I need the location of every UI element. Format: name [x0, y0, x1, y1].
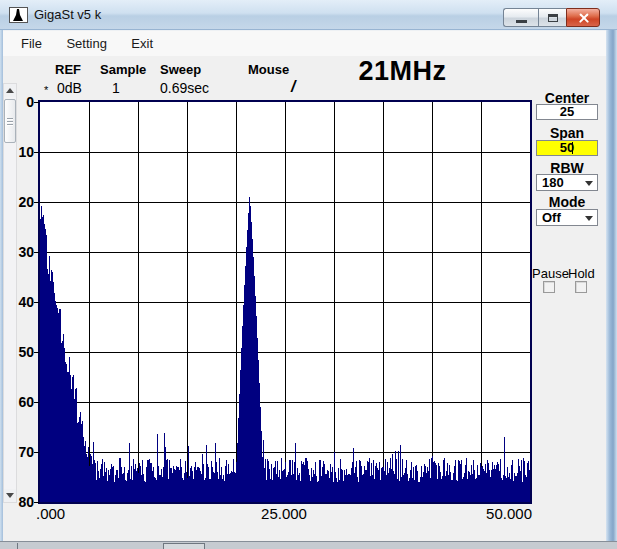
y-tick-20: 20 [10, 194, 34, 210]
y-tick-mark [34, 452, 39, 453]
app-window: GigaSt v5 k File Setting Exit REF Sample… [0, 0, 617, 549]
rbw-value: 180 [542, 175, 564, 190]
y-tick-mark [34, 102, 39, 103]
spectrum-plot[interactable] [38, 100, 532, 504]
grip-line [7, 121, 13, 122]
mode-dropdown[interactable]: Off [536, 209, 598, 226]
menu-file[interactable]: File [11, 31, 52, 51]
menu-exit[interactable]: Exit [121, 31, 163, 51]
window-buttons [503, 8, 600, 27]
background-window-tab [163, 543, 205, 549]
close-button[interactable] [566, 8, 600, 27]
y-tick-mark [34, 502, 39, 503]
y-tick-mark [34, 302, 39, 303]
background-window-edge [0, 541, 617, 549]
frequency-display: 21MHz [340, 56, 465, 87]
center-input[interactable]: 25 [536, 104, 598, 120]
y-tick-30: 30 [10, 244, 34, 260]
x-tick-25: 25.000 [258, 505, 310, 522]
y-tick-50: 50 [10, 344, 34, 360]
maximize-icon [548, 14, 558, 22]
minimize-icon [516, 20, 527, 23]
sample-value: 1 [112, 80, 120, 96]
mouse-label: Mouse [248, 62, 289, 77]
span-label: Span [536, 125, 598, 141]
menu-bar: File Setting Exit [3, 31, 608, 56]
spectrum-canvas[interactable] [40, 102, 530, 502]
menu-setting[interactable]: Setting [56, 31, 116, 51]
y-tick-40: 40 [10, 294, 34, 310]
y-tick-10: 10 [10, 144, 34, 160]
y-tick-60: 60 [10, 394, 34, 410]
grip-line [7, 118, 13, 119]
grip-line [7, 124, 13, 125]
window-title: GigaSt v5 k [34, 7, 101, 22]
window-border-right [606, 30, 617, 543]
maximize-button[interactable] [538, 8, 566, 27]
mouse-cursor-mark: / [291, 78, 295, 96]
y-tick-80: 80 [10, 494, 34, 510]
app-icon [9, 7, 28, 23]
y-tick-0: 0 [10, 94, 34, 110]
arrow-up-icon [6, 88, 14, 93]
y-tick-mark [34, 352, 39, 353]
y-tick-mark [34, 252, 39, 253]
hold-label: Hold [568, 266, 595, 281]
chevron-down-icon [585, 216, 593, 221]
title-bar[interactable]: GigaSt v5 k [0, 0, 617, 30]
y-tick-mark [34, 152, 39, 153]
rbw-dropdown[interactable]: 180 [536, 174, 598, 191]
ref-value: 0dB [57, 80, 82, 96]
sweep-label: Sweep [160, 62, 201, 77]
x-tick-0: .000 [36, 505, 65, 522]
x-tick-50: 50.000 [482, 505, 532, 522]
span-input[interactable]: 50 [536, 140, 598, 156]
pause-checkbox[interactable] [543, 281, 555, 293]
y-tick-mark [34, 402, 39, 403]
ref-label: REF [55, 62, 81, 77]
hold-checkbox[interactable] [575, 281, 587, 293]
sweep-value: 0.69sec [160, 80, 209, 96]
sample-label: Sample [100, 62, 146, 77]
minimize-button[interactable] [503, 8, 538, 27]
y-tick-70: 70 [10, 444, 34, 460]
ref-marker: * [44, 84, 48, 96]
chevron-down-icon [585, 181, 593, 186]
y-tick-mark [34, 202, 39, 203]
mode-value: Off [542, 210, 561, 225]
divider [17, 543, 18, 549]
pause-label: Pause [532, 266, 569, 281]
mode-label: Mode [536, 194, 598, 210]
text-caret [572, 142, 573, 154]
